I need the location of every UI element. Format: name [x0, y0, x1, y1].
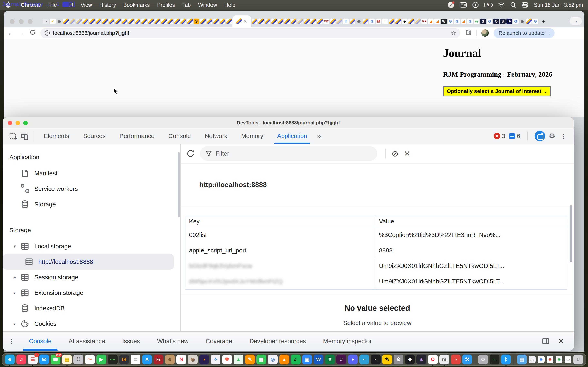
devtools-close-icon[interactable] — [8, 121, 12, 125]
browser-tab[interactable] — [316, 16, 323, 27]
browser-tab[interactable]: ☻ — [401, 16, 408, 27]
filter-input[interactable] — [216, 150, 372, 157]
journal-select-dropdown[interactable]: Optionally select a Journal of interest … — [443, 86, 551, 96]
devtools-menu-icon[interactable]: ⋮ — [559, 133, 568, 140]
relaunch-to-update-button[interactable]: Relaunch to update ⋮ — [494, 28, 554, 38]
window-controls[interactable] — [10, 19, 33, 24]
browser-tab[interactable] — [200, 16, 206, 27]
browser-tab[interactable] — [251, 16, 258, 27]
browser-tab[interactable] — [213, 16, 219, 27]
browser-tab[interactable]: ◢ — [460, 16, 467, 27]
devtools-zoom-icon[interactable] — [23, 121, 28, 125]
browser-tab[interactable] — [284, 16, 290, 27]
expander-icon[interactable]: ▸ — [12, 275, 17, 280]
dock-icon-contacts[interactable]: ☻ — [164, 353, 175, 366]
drawer-tab-coverage[interactable]: Coverage — [197, 331, 241, 351]
tab-elements[interactable]: Elements — [37, 128, 76, 144]
menu-view[interactable]: View — [77, 0, 96, 10]
browser-tab[interactable] — [290, 16, 297, 27]
dock-icon-mail[interactable]: ✉ — [39, 353, 49, 366]
tab-memory[interactable]: Memory — [234, 128, 270, 144]
browser-tab[interactable] — [277, 16, 284, 27]
profile-avatar[interactable] — [481, 29, 489, 37]
control-center-icon[interactable] — [522, 2, 528, 8]
dock-icon-terminal[interactable]: exec — [107, 353, 118, 366]
sidebar-item-http-localhost-8888[interactable]: http://localhost:8888 — [3, 254, 174, 269]
minimize-window-icon[interactable] — [19, 19, 24, 24]
spotlight-icon[interactable] — [510, 2, 516, 8]
tab-search-button[interactable]: ⌄ — [570, 17, 582, 25]
dock-icon-preview-app[interactable]: ◎ — [268, 353, 278, 366]
dock-icon-music[interactable]: ♫ — [16, 353, 26, 366]
dock-icon-maps[interactable]: ▲ — [233, 353, 244, 366]
browser-tab[interactable]: G — [532, 16, 539, 27]
dock-icon-zoom[interactable]: ▣ — [302, 353, 312, 366]
browser-tab[interactable] — [108, 16, 115, 27]
inspect-element-icon[interactable] — [7, 131, 18, 141]
dock-icon-discord[interactable]: ♦ — [347, 353, 358, 366]
browser-tab[interactable]: G — [454, 16, 460, 27]
dock-icon-firefox[interactable]: ◗ — [199, 353, 209, 366]
dock-icon-pages[interactable]: ✎ — [245, 353, 255, 366]
dock-icon-reminders[interactable]: ☰3 — [27, 353, 38, 366]
dock-icon-minimized-window[interactable]: ▭ — [564, 353, 572, 366]
browser-tab[interactable]: S — [499, 16, 506, 27]
dock-icon-facetime[interactable]: ▶ — [96, 353, 107, 366]
drawer-tab-ai-assistance[interactable]: AI assistance — [60, 331, 113, 351]
browser-tab[interactable]: G — [467, 16, 473, 27]
table-row[interactable]: bGlzdF9qb3VybmFscwUm9iZXJ0X01ldGNhbGZlLT… — [185, 258, 567, 274]
dock-icon-textedit[interactable]: ≣ — [130, 353, 141, 366]
browser-tab[interactable]: 20:4 — [421, 16, 428, 27]
dock-icon-messages[interactable]: 202 — [50, 353, 61, 366]
delete-selected-icon[interactable]: ✕ — [404, 150, 410, 158]
tab-console[interactable]: Console — [162, 128, 198, 144]
site-info-icon[interactable]: i — [44, 30, 50, 36]
browser-tab[interactable] — [349, 16, 356, 27]
browser-tab[interactable] — [167, 16, 173, 27]
browser-tab[interactable] — [219, 16, 226, 27]
browser-tab[interactable]: S — [480, 16, 486, 27]
dock-icon-mattermost-mini[interactable]: m — [528, 353, 536, 366]
browser-tab[interactable]: G — [369, 16, 375, 27]
tab-application[interactable]: Application — [270, 128, 314, 144]
expander-icon[interactable]: ▾ — [12, 244, 17, 249]
sidebar-item-indexeddb[interactable]: IndexedDB — [3, 300, 181, 316]
browser-tab[interactable]: G — [512, 16, 519, 27]
table-row[interactable]: apple_script_url_port8888 — [185, 243, 567, 258]
dock-icon-finder[interactable]: ☻ — [4, 353, 15, 366]
drawer-tab-console[interactable]: Console — [20, 331, 60, 351]
dock-icon-opera[interactable]: O — [428, 353, 438, 366]
browser-tab[interactable]: w — [473, 16, 480, 27]
settings-gear-icon[interactable]: ⚙ — [549, 132, 555, 140]
tab-performance[interactable]: Performance — [112, 128, 162, 144]
browser-tab[interactable] — [76, 16, 82, 27]
sidebar-item-cookies[interactable]: ▸Cookies — [3, 316, 181, 331]
table-row[interactable]: 002list%3Coption%20id%3D%22FtE3hoR_Nvo%.… — [185, 227, 567, 243]
expander-icon[interactable]: ▸ — [12, 290, 17, 295]
browser-tab[interactable] — [95, 16, 102, 27]
url-input[interactable] — [53, 30, 448, 36]
reload-icon[interactable] — [30, 30, 35, 37]
browser-tab[interactable] — [310, 16, 316, 27]
dock-side-icon[interactable] — [542, 338, 549, 344]
menu-help[interactable]: Help — [221, 0, 239, 10]
panel-scrollbar[interactable] — [570, 205, 572, 262]
browser-tab[interactable] — [415, 16, 421, 27]
wifi-icon[interactable] — [498, 2, 505, 8]
browser-tab[interactable] — [388, 16, 395, 27]
dock-icon-vscode[interactable]: ‹› — [359, 353, 370, 366]
browser-tab[interactable]: G — [486, 16, 493, 27]
back-icon[interactable]: ← — [8, 30, 14, 36]
browser-tab[interactable]: O — [493, 16, 499, 27]
browser-tab[interactable] — [526, 16, 532, 27]
screen-mirroring-icon[interactable] — [472, 2, 479, 8]
drawer-tab-issues[interactable]: Issues — [114, 331, 149, 351]
dock-icon-weather[interactable]: 〜 — [85, 353, 95, 366]
dock-icon-notes[interactable]: ▤ — [62, 353, 72, 366]
browser-tab[interactable]: ◔ — [43, 16, 49, 27]
dock-icon-mattermost[interactable]: m — [439, 353, 450, 366]
dock-icon-vlc[interactable]: ▲ — [279, 353, 290, 366]
bookmark-star-icon[interactable]: ☆ — [451, 30, 456, 36]
browser-tab[interactable]: bb — [506, 16, 512, 27]
browser-tab[interactable]: ◉ — [356, 16, 362, 27]
